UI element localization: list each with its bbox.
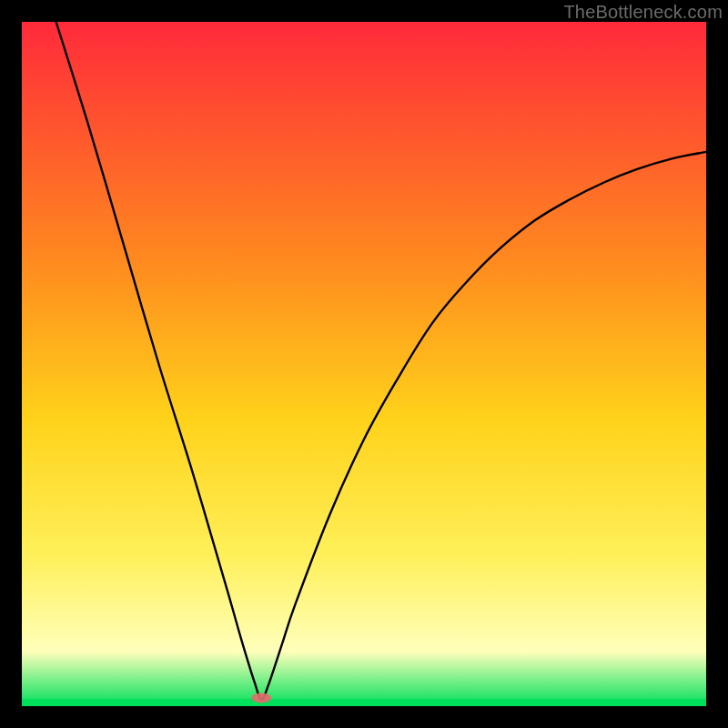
svg-point-0	[251, 693, 271, 703]
optimal-point-marker	[251, 693, 271, 703]
watermark-label: TheBottleneck.com	[563, 2, 723, 23]
bottleneck-chart	[22, 22, 706, 706]
chart-frame	[22, 22, 706, 706]
gradient-background	[22, 22, 706, 706]
baseline-green-stripe	[22, 699, 706, 706]
